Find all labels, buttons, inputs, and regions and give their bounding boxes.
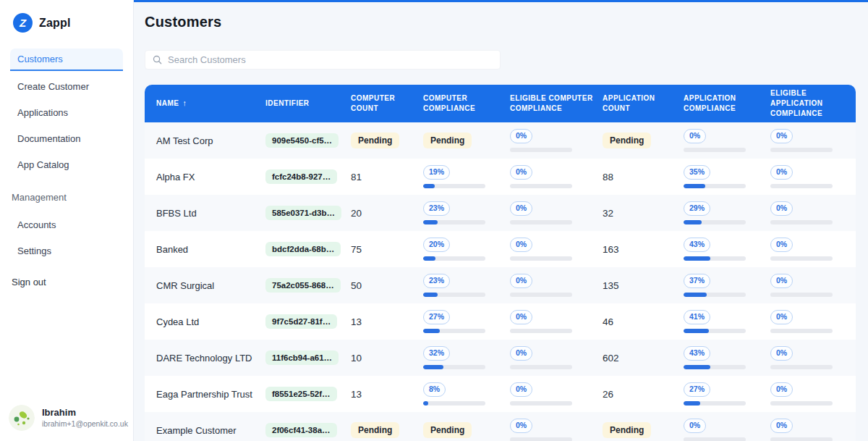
- percent-badge: 0%: [770, 274, 793, 288]
- count-value: 163: [603, 244, 619, 255]
- value-cell: 29%: [684, 201, 770, 224]
- sidebar-item-sign-out[interactable]: Sign out: [12, 272, 133, 292]
- customer-name: Banked: [156, 244, 265, 255]
- percent-badge: 0%: [510, 129, 532, 143]
- customer-name: Cydea Ltd: [156, 316, 265, 327]
- identifier-pill: 11f6cb94-a61…: [265, 350, 339, 365]
- progress-fill: [684, 293, 707, 297]
- value-cell: 0%: [770, 201, 844, 224]
- table-row[interactable]: CMR Surgical75a2c055-868…5023%0%13537%0%: [145, 267, 856, 303]
- sidebar-nav: CustomersCreate CustomerApplicationsDocu…: [0, 49, 133, 180]
- table-row[interactable]: Example Customer2f06cf41-38a…PendingPend…: [145, 412, 856, 441]
- column-header-application-compliance[interactable]: APPLICATION COMPLIANCE: [684, 93, 770, 114]
- value-cell: 602: [603, 353, 684, 364]
- value-cell: Pending: [351, 422, 423, 438]
- value-cell: 0%: [684, 129, 770, 152]
- progress-track: [510, 293, 572, 297]
- percent-badge: 29%: [684, 201, 710, 216]
- value-cell: 27%: [684, 382, 770, 406]
- progress-track: [770, 184, 833, 188]
- percent-badge: 0%: [510, 382, 532, 397]
- value-cell: 75: [351, 244, 423, 255]
- identifier-pill: 585e0371-d3b…: [265, 206, 341, 220]
- sort-ascending-icon: ↑: [182, 98, 187, 107]
- sidebar-nav-management: AccountsSettings: [0, 214, 133, 266]
- progress-track: [510, 437, 572, 441]
- progress-track: [510, 256, 572, 261]
- value-cell: 13: [351, 316, 423, 327]
- table-row[interactable]: Alpha FXfcfc24b8-927…8119%0%8835%0%: [145, 159, 856, 195]
- value-cell: 27%: [423, 310, 510, 333]
- percent-badge: 0%: [510, 310, 532, 324]
- search-icon: [153, 55, 162, 64]
- value-cell: Pending: [603, 422, 684, 438]
- column-header-computer-compliance[interactable]: COMPUTER COMPLIANCE: [423, 93, 510, 114]
- table-row[interactable]: AM Test Corp909e5450-cf5…PendingPending0…: [145, 122, 856, 159]
- value-cell: 41%: [684, 310, 770, 333]
- compliance-indicator: 0%: [684, 419, 763, 441]
- percent-badge: 32%: [423, 346, 450, 361]
- user-profile[interactable]: Ibrahim ibrahim+1@openkit.co.uk: [0, 396, 133, 441]
- column-header-name[interactable]: NAME↑: [156, 98, 265, 109]
- progress-track: [684, 148, 746, 152]
- value-cell: 0%: [684, 419, 770, 441]
- identifier-pill: 9f7c5d27-81f…: [265, 314, 337, 329]
- column-header-computer-count[interactable]: COMPUTER COUNT: [351, 93, 423, 114]
- value-cell: 35%: [684, 165, 770, 188]
- sidebar-item-documentation[interactable]: Documentation: [10, 128, 123, 149]
- compliance-indicator: 43%: [684, 238, 763, 261]
- column-header-eligible-computer-compliance[interactable]: ELIGIBLE COMPUTER COMPLIANCE: [510, 93, 603, 114]
- status-pending-badge: Pending: [351, 133, 399, 148]
- status-pending-badge: Pending: [423, 422, 472, 438]
- identifier-cell: bdcf2dda-68b…: [265, 242, 351, 256]
- table-row[interactable]: Cydea Ltd9f7c5d27-81f…1327%0%4641%0%: [145, 303, 856, 340]
- count-value: 602: [603, 353, 619, 364]
- sidebar-item-customers[interactable]: Customers: [10, 49, 123, 71]
- column-header-identifier[interactable]: IDENTIFIER: [265, 98, 351, 109]
- progress-track: [684, 256, 746, 261]
- sidebar-item-accounts[interactable]: Accounts: [10, 214, 123, 235]
- progress-track: [770, 220, 833, 224]
- brand-name: Zappl: [39, 17, 71, 30]
- app-root: Z Zappl CustomersCreate CustomerApplicat…: [0, 0, 868, 441]
- table-row[interactable]: BFBS Ltd585e0371-d3b…2023%0%3229%0%: [145, 195, 856, 231]
- percent-badge: 0%: [770, 165, 793, 180]
- progress-track: [684, 329, 746, 333]
- count-value: 50: [351, 280, 362, 291]
- customer-name: Example Customer: [156, 425, 265, 436]
- sidebar-item-settings[interactable]: Settings: [10, 240, 123, 261]
- value-cell: 20: [351, 208, 423, 219]
- progress-track: [423, 184, 485, 188]
- table-row[interactable]: Bankedbdcf2dda-68b…7520%0%16343%0%: [145, 231, 856, 267]
- value-cell: 163: [603, 244, 684, 255]
- sidebar-item-create-customer[interactable]: Create Customer: [10, 76, 123, 97]
- progress-fill: [423, 256, 435, 261]
- percent-badge: 0%: [770, 419, 793, 433]
- search-bar[interactable]: [145, 50, 501, 70]
- compliance-indicator: 23%: [423, 201, 503, 224]
- progress-fill: [423, 329, 440, 333]
- customer-name: BFBS Ltd: [156, 208, 265, 219]
- progress-track: [684, 184, 746, 188]
- percent-badge: 0%: [510, 419, 532, 433]
- table-row[interactable]: DARE Technology LTD11f6cb94-a61…1032%0%6…: [145, 340, 856, 376]
- table-row[interactable]: Eaga Partnership Trustf8551e25-52f…138%0…: [145, 376, 856, 412]
- sidebar-item-app-catalog[interactable]: App Catalog: [10, 154, 123, 175]
- progress-track: [684, 293, 746, 297]
- search-input[interactable]: [168, 51, 493, 69]
- column-header-application-count[interactable]: APPLICATION COUNT: [603, 93, 684, 114]
- count-value: 10: [351, 353, 362, 364]
- customer-name: AM Test Corp: [156, 135, 265, 146]
- value-cell: 26: [603, 389, 684, 400]
- identifier-cell: 909e5450-cf5…: [265, 133, 351, 148]
- status-pending-badge: Pending: [423, 133, 472, 148]
- percent-badge: 0%: [510, 238, 532, 252]
- user-avatar-icon: [9, 405, 35, 431]
- value-cell: 0%: [770, 165, 844, 188]
- progress-track: [770, 148, 833, 152]
- identifier-cell: 2f06cf41-38a…: [265, 423, 351, 437]
- column-header-eligible-application-compliance[interactable]: ELIGIBLE APPLICATION COMPLIANCE: [770, 88, 844, 119]
- sidebar-item-applications[interactable]: Applications: [10, 102, 123, 123]
- progress-track: [423, 293, 485, 297]
- value-cell: 46: [603, 316, 684, 327]
